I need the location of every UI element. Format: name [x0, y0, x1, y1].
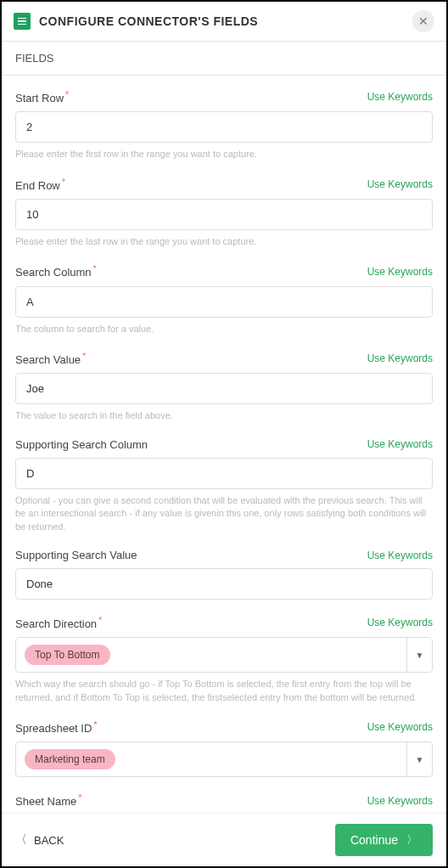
start-row-helper: Please enter the first row in the range … — [15, 148, 433, 161]
dialog-footer: 〈 BACK Continue 〉 — [2, 813, 446, 866]
use-keywords-link[interactable]: Use Keywords — [367, 795, 433, 807]
start-row-input[interactable] — [15, 111, 433, 143]
spreadsheet-id-value: Marketing team — [16, 742, 406, 776]
search-column-label: Search Column* — [15, 263, 97, 279]
dialog-title: CONFIGURE CONNECTOR'S FIELDS — [39, 14, 412, 28]
use-keywords-link[interactable]: Use Keywords — [367, 550, 433, 561]
search-column-helper: The column to search for a value. — [15, 323, 433, 335]
required-icon: * — [65, 89, 69, 99]
close-icon: ✕ — [418, 14, 428, 28]
spreadsheet-id-chip: Marketing team — [25, 749, 115, 769]
supporting-search-value-label: Supporting Search Value — [15, 549, 137, 561]
chevron-down-icon[interactable]: ▼ — [406, 742, 432, 776]
end-row-helper: Please enter the last row in the range y… — [15, 235, 433, 248]
supporting-search-column-input[interactable] — [15, 458, 433, 489]
use-keywords-link[interactable]: Use Keywords — [367, 91, 433, 103]
back-button[interactable]: 〈 BACK — [15, 832, 64, 848]
required-icon: * — [93, 719, 97, 730]
search-direction-value: Top To Bottom — [16, 638, 406, 672]
use-keywords-link[interactable]: Use Keywords — [367, 721, 433, 733]
search-value-label: Search Value* — [15, 351, 86, 366]
search-value-helper: The value to search in the field above. — [15, 409, 433, 422]
start-row-label: Start Row* — [15, 89, 69, 104]
dialog-header: CONFIGURE CONNECTOR'S FIELDS ✕ — [2, 2, 446, 42]
fields-container: Start Row* Use Keywords Please enter the… — [2, 76, 446, 813]
close-button[interactable]: ✕ — [412, 10, 434, 32]
field-search-direction: Search Direction* Use Keywords Top To Bo… — [15, 615, 433, 704]
use-keywords-link[interactable]: Use Keywords — [367, 438, 433, 450]
spreadsheet-id-label: Spreadsheet ID* — [15, 719, 98, 735]
search-direction-helper: Which way the search should go - if Top … — [15, 678, 433, 704]
section-fields-label: FIELDS — [2, 42, 446, 76]
use-keywords-link[interactable]: Use Keywords — [367, 178, 433, 190]
search-direction-label: Search Direction* — [15, 615, 102, 630]
sheets-icon — [14, 13, 31, 30]
field-spreadsheet-id: Spreadsheet ID* Use Keywords Marketing t… — [15, 719, 433, 777]
search-column-input[interactable] — [15, 286, 433, 318]
required-icon: * — [93, 263, 97, 273]
chevron-down-icon[interactable]: ▼ — [406, 638, 432, 672]
field-supporting-search-value: Supporting Search Value Use Keywords — [15, 549, 433, 600]
spreadsheet-id-select[interactable]: Marketing team ▼ — [15, 741, 433, 777]
continue-button[interactable]: Continue 〉 — [335, 824, 433, 856]
supporting-search-value-input[interactable] — [15, 568, 433, 600]
field-search-value: Search Value* Use Keywords The value to … — [15, 351, 433, 423]
end-row-label: End Row* — [15, 177, 65, 192]
end-row-input[interactable] — [15, 199, 433, 230]
search-value-input[interactable] — [15, 373, 433, 404]
use-keywords-link[interactable]: Use Keywords — [367, 617, 433, 628]
chevron-right-icon: 〉 — [406, 832, 417, 848]
continue-label: Continue — [350, 833, 398, 847]
field-supporting-search-column: Supporting Search Column Use Keywords Op… — [15, 438, 433, 533]
use-keywords-link[interactable]: Use Keywords — [367, 266, 433, 278]
field-end-row: End Row* Use Keywords Please enter the l… — [15, 177, 433, 249]
required-icon: * — [82, 351, 86, 361]
use-keywords-link[interactable]: Use Keywords — [367, 352, 433, 364]
required-icon: * — [78, 792, 81, 803]
supporting-search-column-label: Supporting Search Column — [15, 438, 148, 451]
field-sheet-name: Sheet Name* Use Keywords Names ▼ — [15, 792, 433, 813]
chevron-left-icon: 〈 — [15, 832, 27, 848]
search-direction-chip: Top To Bottom — [25, 645, 110, 665]
supporting-search-column-helper: Optional - you can give a second conditi… — [15, 494, 433, 533]
required-icon: * — [98, 615, 102, 625]
back-label: BACK — [34, 834, 64, 847]
required-icon: * — [62, 177, 65, 187]
field-start-row: Start Row* Use Keywords Please enter the… — [15, 89, 433, 161]
field-search-column: Search Column* Use Keywords The column t… — [15, 263, 433, 335]
search-direction-select[interactable]: Top To Bottom ▼ — [15, 637, 433, 673]
sheet-name-label: Sheet Name* — [15, 792, 82, 808]
